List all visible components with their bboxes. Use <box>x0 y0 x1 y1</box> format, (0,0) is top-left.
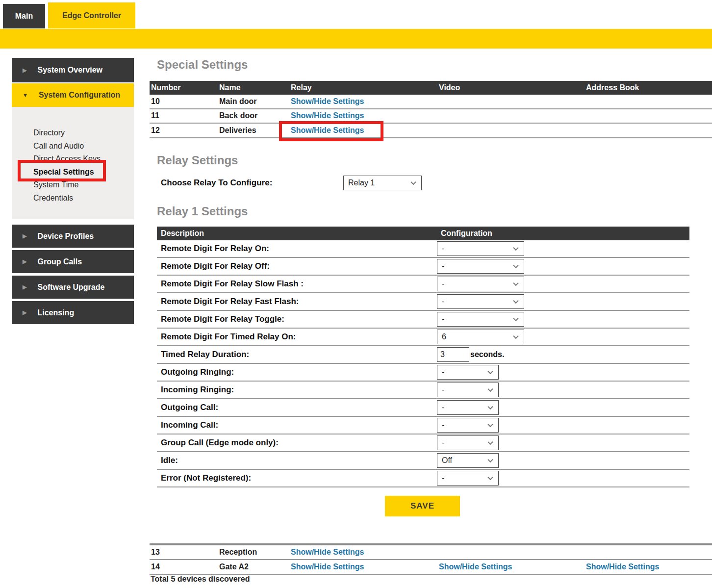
remote-digit-for-relay-slow-flash-select[interactable]: - <box>437 277 524 291</box>
chevron-down-icon <box>513 245 518 251</box>
relay-setting-label: Remote Digit For Relay Fast Flash: <box>157 297 437 307</box>
relay-setting-row: Incoming Call:- <box>157 417 689 435</box>
relay-setting-control-cell: - <box>437 294 689 309</box>
save-button[interactable]: SAVE <box>385 496 460 516</box>
remote-digit-for-relay-toggle-select[interactable]: - <box>437 312 524 327</box>
chevron-right-icon: ▶ <box>23 309 26 316</box>
relay-setting-row: Remote Digit For Relay Fast Flash:- <box>157 293 689 311</box>
select-value: - <box>442 385 444 394</box>
relay-setting-control-cell: - <box>437 259 689 274</box>
relay-setting-row: Outgoing Ringing:- <box>157 364 689 382</box>
relay-setting-control-cell: - <box>437 241 689 256</box>
show-hide-settings-link-relay[interactable]: Show/Hide Settings <box>291 111 364 120</box>
device-address-book-cell: Show/Hide Settings <box>586 562 712 571</box>
sidebar-section-software-upgrade[interactable]: ▶Software Upgrade <box>12 276 134 299</box>
sidebar-section-licensing[interactable]: ▶Licensing <box>12 301 134 324</box>
sidebar-section-system-overview[interactable]: ▶ System Overview <box>12 58 134 82</box>
sidebar-section-device-profiles[interactable]: ▶Device Profiles <box>12 225 134 248</box>
select-value: - <box>442 368 444 377</box>
relay-table-header: Description Configuration <box>157 227 689 240</box>
device-relay-cell: Show/Hide Settings <box>291 562 439 571</box>
incoming-ringing-select[interactable]: - <box>437 383 499 397</box>
relay-setting-row: Idle:Off <box>157 452 689 470</box>
device-row-14: 14Gate A2Show/Hide SettingsShow/Hide Set… <box>150 560 712 575</box>
save-button-label: SAVE <box>410 501 434 511</box>
show-hide-settings-link-relay[interactable]: Show/Hide Settings <box>291 126 364 134</box>
seconds-suffix: seconds. <box>470 350 504 358</box>
choose-relay-label: Choose Relay To Configure: <box>161 178 272 188</box>
sidebar-section-label: System Overview <box>37 66 102 75</box>
chevron-right-icon: ▶ <box>23 233 26 239</box>
select-value: - <box>442 297 444 306</box>
error-not-registered-select[interactable]: - <box>437 471 499 486</box>
sidebar-item-call-and-audio[interactable]: Call and Audio <box>33 140 134 153</box>
chevron-down-icon <box>410 179 416 185</box>
devices-table-top: Number Name Relay Video Address Book 10M… <box>150 81 712 138</box>
remote-digit-for-relay-off-select[interactable]: - <box>437 259 524 274</box>
sidebar-section-group-calls[interactable]: ▶Group Calls <box>12 250 134 273</box>
remote-digit-for-relay-on-select[interactable]: - <box>437 241 524 256</box>
relay-setting-control-cell: - <box>437 400 689 415</box>
group-call-edge-mode-only-select[interactable]: - <box>437 435 499 450</box>
outgoing-ringing-select[interactable]: - <box>437 365 499 380</box>
tab-main[interactable]: Main <box>3 4 45 28</box>
chevron-down-icon <box>487 422 493 427</box>
sidebar-item-special-settings[interactable]: Special Settings <box>33 166 134 179</box>
incoming-call-select[interactable]: - <box>437 418 499 433</box>
device-row-11: 11Back doorShow/Hide Settings <box>150 109 712 124</box>
idle-select[interactable]: Off <box>437 453 499 468</box>
tab-edge-controller[interactable]: Edge Controller <box>48 2 135 28</box>
remote-digit-for-relay-fast-flash-select[interactable]: - <box>437 294 524 309</box>
device-name: Gate A2 <box>219 562 291 571</box>
relay-setting-control-cell: Off <box>437 453 689 468</box>
chevron-down-icon <box>487 369 493 374</box>
show-hide-settings-link-relay[interactable]: Show/Hide Settings <box>291 97 364 105</box>
show-hide-settings-link-relay[interactable]: Show/Hide Settings <box>291 548 364 556</box>
relay-setting-label: Remote Digit For Relay Toggle: <box>157 314 437 324</box>
relay-setting-label: Remote Digit For Relay Slow Flash : <box>157 279 437 289</box>
relay-setting-control-cell: - <box>437 277 689 291</box>
col-video: Video <box>439 83 586 92</box>
choose-relay-select[interactable]: Relay 1 <box>343 176 422 190</box>
sidebar-item-system-time[interactable]: System Time <box>33 179 134 192</box>
relay-setting-control-cell: seconds. <box>437 347 689 362</box>
relay-setting-row: Remote Digit For Relay Toggle:- <box>157 311 689 329</box>
device-name: Reception <box>219 548 291 557</box>
sidebar-section-label: Group Calls <box>37 257 82 266</box>
outgoing-call-select[interactable]: - <box>437 400 499 415</box>
show-hide-settings-link-relay[interactable]: Show/Hide Settings <box>291 562 364 571</box>
show-hide-settings-link-address-book[interactable]: Show/Hide Settings <box>586 562 659 571</box>
chevron-down-icon: ▼ <box>23 92 28 98</box>
relay-setting-row: Incoming Ringing:- <box>157 382 689 399</box>
sidebar-section-label: System Configuration <box>39 91 120 100</box>
relay-setting-row: Remote Digit For Relay Slow Flash :- <box>157 276 689 293</box>
relay-setting-row: Group Call (Edge mode only):- <box>157 435 689 452</box>
relay-setting-row: Timed Relay Duration:seconds. <box>157 346 689 364</box>
relay-setting-row: Remote Digit For Relay Off:- <box>157 258 689 276</box>
sidebar-section-system-configuration[interactable]: ▼ System Configuration <box>12 83 134 107</box>
device-name: Back door <box>219 111 291 120</box>
chevron-down-icon <box>513 333 518 339</box>
select-value: Off <box>442 456 452 465</box>
select-value: 6 <box>442 332 446 341</box>
sidebar-item-credentials[interactable]: Credentials <box>33 192 134 205</box>
relay-setting-label: Remote Digit For Relay On: <box>157 244 437 254</box>
sidebar-section-label: Software Upgrade <box>37 283 104 292</box>
relay-setting-label: Outgoing Ringing: <box>157 367 437 377</box>
relay-setting-control-cell: - <box>437 435 689 450</box>
select-value: - <box>442 315 444 324</box>
sidebar-item-directory[interactable]: Directory <box>33 127 134 140</box>
remote-digit-for-timed-relay-on-select[interactable]: 6 <box>437 330 524 344</box>
chevron-down-icon <box>487 457 493 462</box>
devices-table-header: Number Name Relay Video Address Book <box>150 81 712 95</box>
show-hide-settings-link-video[interactable]: Show/Hide Settings <box>439 562 512 571</box>
chevron-down-icon <box>513 298 518 304</box>
sidebar-item-direct-access-keys[interactable]: Direct Access Keys <box>33 153 134 166</box>
timed-relay-duration-input[interactable] <box>437 347 469 362</box>
relay-setting-row: Error (Not Registered):- <box>157 470 689 487</box>
relay-setting-row: Remote Digit For Timed Relay On:6 <box>157 329 689 346</box>
relay-setting-label: Incoming Ringing: <box>157 385 437 395</box>
header-accent-bar <box>0 29 712 49</box>
col-configuration: Configuration <box>437 229 689 238</box>
chevron-down-icon <box>487 386 493 392</box>
